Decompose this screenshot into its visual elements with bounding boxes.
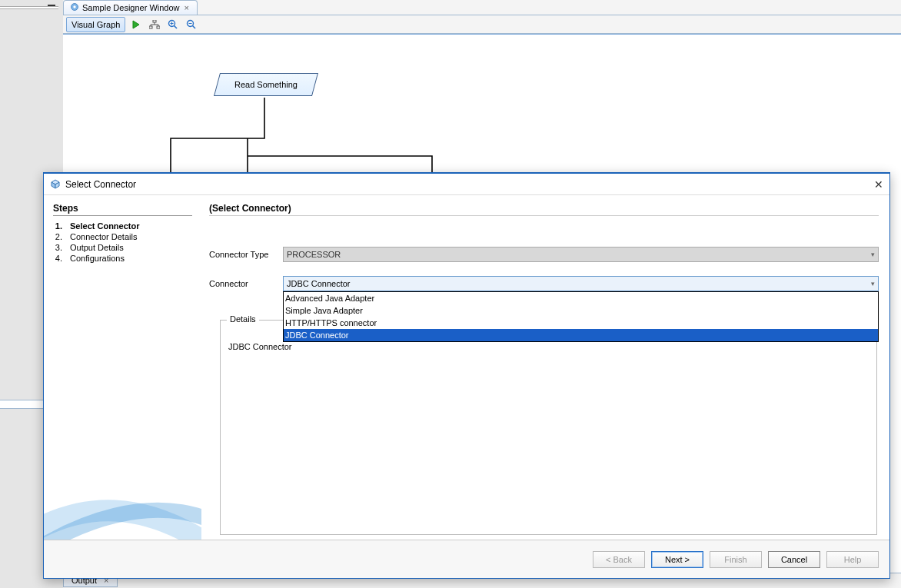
tree-icon (149, 20, 160, 29)
run-button[interactable] (128, 17, 144, 32)
tab-close-button[interactable]: × (183, 3, 191, 12)
gear-icon (70, 2, 79, 13)
connector-type-label: Connector Type (209, 250, 283, 259)
steps-heading: Steps (53, 203, 192, 216)
connector-option[interactable]: HTTP/HTTPS connector (284, 317, 878, 329)
graph-node[interactable]: Read Something (214, 73, 318, 96)
back-button: < Back (593, 551, 645, 568)
step-configurations: 4. Configurations (53, 253, 192, 264)
zoom-out-icon (186, 19, 197, 30)
visual-graph-button[interactable]: Visual Graph (66, 17, 125, 32)
zoom-in-icon (168, 19, 178, 30)
connector-select[interactable]: JDBC Connector ▾ (283, 276, 879, 291)
content-heading: (Select Connector) (209, 203, 879, 216)
zoom-in-button[interactable] (165, 17, 181, 32)
svg-line-10 (193, 25, 196, 28)
svg-line-6 (175, 25, 178, 28)
connector-value: JDBC Connector (287, 279, 351, 288)
connector-label: Connector (209, 279, 283, 288)
editor-tab[interactable]: Sample Designer Window × (63, 0, 198, 15)
editor-tab-title: Sample Designer Window (82, 3, 180, 12)
visual-graph-label: Visual Graph (71, 20, 120, 29)
cancel-button[interactable]: Cancel (768, 551, 820, 568)
step-select-connector: 1. Select Connector (53, 221, 192, 231)
content-panel: (Select Connector) Connector Type PROCES… (201, 195, 889, 540)
svg-rect-2 (153, 20, 156, 22)
details-legend: Details (227, 314, 259, 324)
steps-panel: Steps 1. Select Connector 2. Connector D… (44, 195, 201, 540)
dialog-titlebar[interactable]: Select Connector ✕ (44, 174, 889, 195)
next-button[interactable]: Next > (651, 551, 703, 568)
finish-button: Finish (710, 551, 762, 568)
select-connector-dialog: Select Connector ✕ Steps 1. Select Conne… (43, 172, 890, 579)
layout-button[interactable] (147, 17, 162, 32)
connector-option[interactable]: Advanced Java Adapter (284, 292, 878, 304)
toolbar: Visual Graph (63, 15, 901, 34)
steps-list: 1. Select Connector 2. Connector Details… (53, 221, 192, 264)
svg-rect-4 (157, 26, 160, 28)
connector-type-value: PROCESSOR (287, 250, 341, 259)
zoom-out-button[interactable] (184, 17, 199, 32)
connector-type-select[interactable]: PROCESSOR ▾ (283, 247, 879, 262)
connector-option[interactable]: Simple Java Adapter (284, 304, 878, 317)
svg-point-1 (73, 5, 75, 8)
details-group: Details JDBC Connector (220, 320, 877, 535)
dialog-title-text: Select Connector (65, 179, 136, 190)
wizard-banner-art (44, 447, 201, 540)
dialog-close-button[interactable]: ✕ (874, 178, 883, 191)
play-icon (131, 20, 141, 29)
dialog-footer: < Back Next > Finish Cancel Help (44, 540, 889, 578)
dropdown-arrow-icon: ▾ (871, 280, 875, 287)
editor-tab-strip: Sample Designer Window × (63, 0, 901, 15)
connector-option-selected[interactable]: JDBC Connector (284, 329, 878, 341)
cube-icon (50, 179, 61, 190)
minimize-icon[interactable] (48, 5, 55, 6)
help-button: Help (826, 551, 879, 568)
connector-dropdown: Advanced Java Adapter Simple Java Adapte… (283, 291, 879, 342)
graph-node-label: Read Something (234, 74, 298, 95)
svg-rect-3 (149, 26, 152, 28)
dropdown-arrow-icon: ▾ (871, 251, 875, 258)
ghost-panel-border (0, 6, 58, 9)
step-output-details: 3. Output Details (53, 242, 192, 253)
step-connector-details: 2. Connector Details (53, 231, 192, 242)
details-text: JDBC Connector (228, 342, 292, 351)
